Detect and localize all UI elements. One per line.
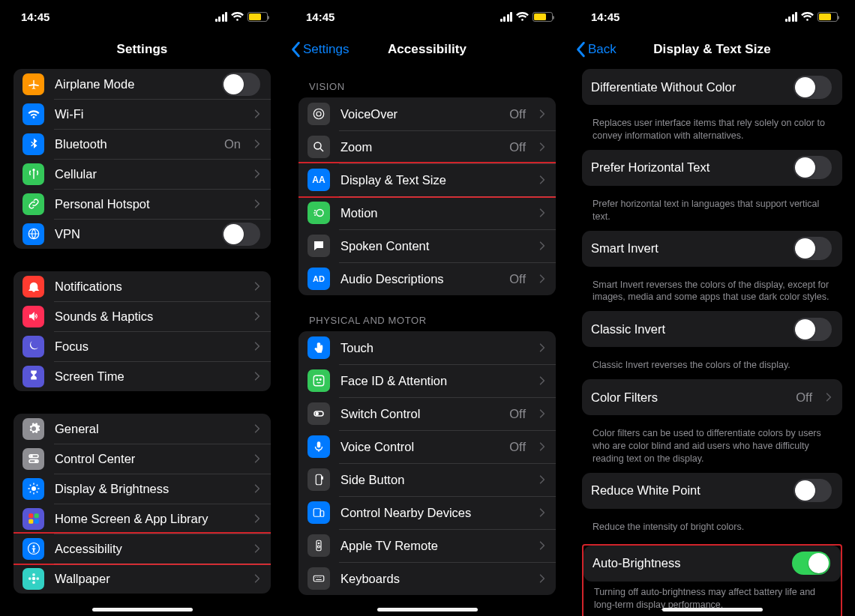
display-textsize-content[interactable]: Differentiate Without Color Replaces use… <box>570 66 854 616</box>
antenna-icon <box>22 163 44 185</box>
back-button[interactable]: Back <box>574 33 616 66</box>
battery-icon <box>532 12 553 22</box>
row-wifi[interactable]: Wi-Fi <box>14 99 271 129</box>
row-zoom[interactable]: Zoom Off <box>298 130 556 163</box>
row-reduce-white[interactable]: Reduce White Point <box>582 473 842 509</box>
row-voicecontrol[interactable]: Voice Control Off <box>298 430 556 463</box>
row-controlcenter[interactable]: Control Center <box>14 444 271 474</box>
row-classic-invert[interactable]: Classic Invert <box>582 311 842 347</box>
flower-icon <box>22 568 44 590</box>
row-appletv[interactable]: Apple TV Remote <box>298 529 556 562</box>
toggle-switch[interactable] <box>222 73 260 96</box>
grid-icon <box>22 508 44 530</box>
toggle-switch[interactable] <box>794 237 832 260</box>
row-airplane[interactable]: Airplane Mode <box>14 69 271 99</box>
ad-icon: AD <box>308 268 330 290</box>
row-diff-color[interactable]: Differentiate Without Color <box>582 69 842 105</box>
wifi-icon <box>231 12 244 22</box>
row-vpn[interactable]: VPN <box>14 219 271 249</box>
group-horiz-text: Prefer Horizontal Text <box>582 150 842 186</box>
toggle-switch[interactable] <box>222 223 260 246</box>
row-auto-brightness[interactable]: Auto-Brightness <box>584 546 841 582</box>
svg-point-21 <box>316 210 323 217</box>
status-bar: 14:45 <box>0 0 284 33</box>
aa-icon: AA <box>308 169 330 191</box>
row-display[interactable]: Display & Brightness <box>14 474 271 504</box>
back-button[interactable]: Settings <box>290 33 349 66</box>
home-indicator[interactable] <box>662 608 763 612</box>
row-screentime[interactable]: Screen Time <box>14 361 271 391</box>
bluetooth-icon <box>22 133 44 155</box>
mic-icon <box>308 435 330 458</box>
status-icons <box>215 12 268 22</box>
svg-point-14 <box>32 573 35 576</box>
toggle-switch[interactable] <box>794 318 832 341</box>
group-general: General Control Center Display & Brightn… <box>14 414 271 594</box>
row-sidebutton[interactable]: Side Button <box>298 463 556 496</box>
row-smart-invert[interactable]: Smart Invert <box>582 231 842 267</box>
highlight-auto-brightness: Auto-Brightness Turning off auto-brightn… <box>582 544 842 616</box>
back-label: Back <box>588 42 616 57</box>
group-notifications: Notifications Sounds & Haptics Focus Scr… <box>14 271 271 391</box>
row-focus[interactable]: Focus <box>14 331 271 361</box>
row-label: Touch <box>340 341 529 355</box>
row-nearby[interactable]: Control Nearby Devices <box>298 496 556 529</box>
chevron-right-icon <box>539 507 545 518</box>
svg-point-20 <box>314 142 321 149</box>
toggle-switch[interactable] <box>794 76 832 99</box>
svg-rect-28 <box>316 474 322 485</box>
accessibility-content[interactable]: VISION VoiceOver Off Zoom Off AA Display… <box>285 66 569 616</box>
toggle-switch[interactable] <box>794 479 832 502</box>
svg-point-6 <box>32 486 36 491</box>
chevron-right-icon <box>254 453 260 464</box>
accessibility-screen: 14:45 Settings Accessibility VISION Voic… <box>285 0 570 616</box>
home-indicator[interactable] <box>377 608 478 612</box>
toggle-switch[interactable] <box>792 552 830 575</box>
wifi-icon <box>516 12 529 22</box>
row-cellular[interactable]: Cellular <box>14 159 271 189</box>
row-displaytext[interactable]: AA Display & Text Size <box>298 163 556 196</box>
settings-content[interactable]: Airplane Mode Wi-Fi Bluetooth On Cellula… <box>0 66 284 616</box>
navbar: Settings Accessibility <box>285 33 569 66</box>
row-accessibility[interactable]: Accessibility <box>14 534 271 564</box>
row-general[interactable]: General <box>14 414 271 444</box>
row-label: Personal Hotspot <box>55 197 244 211</box>
row-label: Prefer Horizontal Text <box>591 160 783 175</box>
chevron-right-icon <box>254 139 260 149</box>
footer-color-filters: Color filters can be used to differentia… <box>582 423 842 473</box>
row-label: VoiceOver <box>340 107 499 121</box>
row-spoken[interactable]: Spoken Content <box>298 229 556 262</box>
row-label: Zoom <box>340 140 499 154</box>
wifi-icon <box>22 103 44 125</box>
row-motion[interactable]: Motion <box>298 196 556 229</box>
section-header-vision: VISION <box>298 69 556 97</box>
row-label: Switch Control <box>340 407 499 421</box>
group-connectivity: Airplane Mode Wi-Fi Bluetooth On Cellula… <box>14 69 271 249</box>
row-bluetooth[interactable]: Bluetooth On <box>14 129 271 159</box>
row-switchcontrol[interactable]: Switch Control Off <box>298 397 556 430</box>
group-reduce-white: Reduce White Point <box>582 473 842 509</box>
row-voiceover[interactable]: VoiceOver Off <box>298 97 556 130</box>
row-color-filters[interactable]: Color Filters Off <box>582 379 842 415</box>
home-indicator[interactable] <box>92 608 193 612</box>
globe-icon <box>22 223 44 245</box>
row-notifications[interactable]: Notifications <box>14 271 271 301</box>
row-homescreen[interactable]: Home Screen & App Library <box>14 504 271 534</box>
row-horiz-text[interactable]: Prefer Horizontal Text <box>582 150 842 186</box>
chevron-right-icon <box>254 371 260 381</box>
row-faceid[interactable]: Face ID & Attention <box>298 364 556 397</box>
row-sounds[interactable]: Sounds & Haptics <box>14 301 271 331</box>
svg-point-19 <box>316 112 321 116</box>
footer-diff-color: Replaces user interface items that rely … <box>582 112 842 150</box>
svg-rect-27 <box>317 441 321 447</box>
speaker-icon <box>22 306 44 327</box>
row-keyboards[interactable]: Keyboards <box>298 562 556 595</box>
row-value: On <box>224 137 241 151</box>
row-wallpaper[interactable]: Wallpaper <box>14 564 271 594</box>
row-hotspot[interactable]: Personal Hotspot <box>14 189 271 219</box>
row-label: Reduce White Point <box>591 483 783 498</box>
row-audiodesc[interactable]: AD Audio Descriptions Off <box>298 262 556 295</box>
row-touch[interactable]: Touch <box>298 331 556 364</box>
toggle-switch[interactable] <box>794 156 832 179</box>
sidebtn-icon <box>308 468 330 491</box>
